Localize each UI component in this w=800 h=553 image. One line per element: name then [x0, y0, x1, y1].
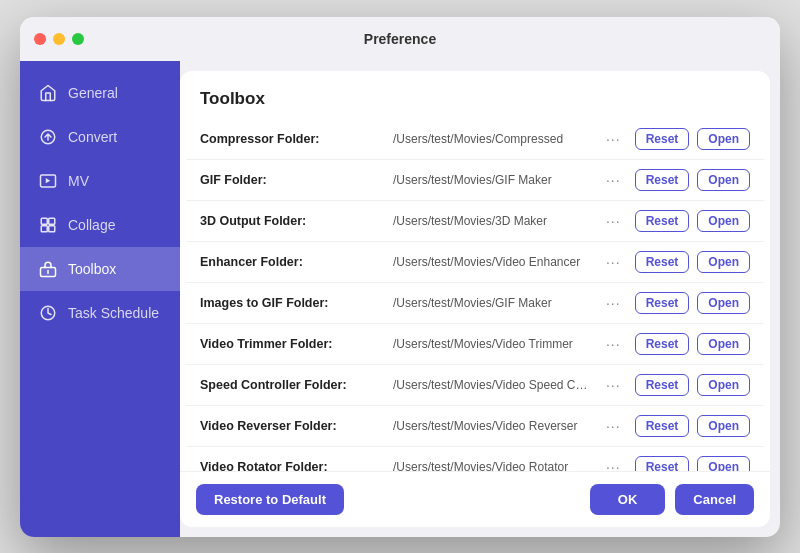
toolbox-panel: Toolbox Compressor Folder:/Users/test/Mo… [180, 71, 770, 527]
dots-menu-button[interactable]: ··· [600, 416, 627, 436]
folder-path: /Users/test/Movies/Video Trimmer [393, 337, 592, 351]
sidebar-label-taskschedule: Task Schedule [68, 305, 159, 321]
svg-rect-4 [41, 225, 47, 231]
folder-label: Images to GIF Folder: [200, 296, 385, 310]
traffic-lights [34, 33, 84, 45]
open-button[interactable]: Open [697, 128, 750, 150]
dots-menu-button[interactable]: ··· [600, 129, 627, 149]
dots-menu-button[interactable]: ··· [600, 293, 627, 313]
table-row: GIF Folder:/Users/test/Movies/GIF Maker·… [186, 160, 764, 201]
reset-button[interactable]: Reset [635, 415, 690, 437]
folder-label: Enhancer Folder: [200, 255, 385, 269]
sidebar-item-taskschedule[interactable]: Task Schedule [20, 291, 180, 335]
cancel-button[interactable]: Cancel [675, 484, 754, 515]
home-icon [38, 83, 58, 103]
sidebar: General Convert MV [20, 61, 180, 537]
folder-label: Speed Controller Folder: [200, 378, 385, 392]
svg-rect-2 [41, 218, 47, 224]
sidebar-item-collage[interactable]: Collage [20, 203, 180, 247]
open-button[interactable]: Open [697, 210, 750, 232]
table-row: Compressor Folder:/Users/test/Movies/Com… [186, 119, 764, 160]
open-button[interactable]: Open [697, 251, 750, 273]
folder-path: /Users/test/Movies/Video Speed Controlle… [393, 378, 592, 392]
sidebar-item-toolbox[interactable]: Toolbox [20, 247, 180, 291]
open-button[interactable]: Open [697, 169, 750, 191]
sidebar-label-convert: Convert [68, 129, 117, 145]
dots-menu-button[interactable]: ··· [600, 457, 627, 471]
dots-menu-button[interactable]: ··· [600, 252, 627, 272]
taskschedule-icon [38, 303, 58, 323]
toolbox-icon [38, 259, 58, 279]
close-button[interactable] [34, 33, 46, 45]
collage-icon [38, 215, 58, 235]
reset-button[interactable]: Reset [635, 169, 690, 191]
reset-button[interactable]: Reset [635, 210, 690, 232]
dots-menu-button[interactable]: ··· [600, 211, 627, 231]
ok-button[interactable]: OK [590, 484, 666, 515]
mv-icon [38, 171, 58, 191]
folder-label: 3D Output Folder: [200, 214, 385, 228]
sidebar-item-general[interactable]: General [20, 71, 180, 115]
footer-actions: OK Cancel [590, 484, 754, 515]
folder-path: /Users/test/Movies/Compressed [393, 132, 592, 146]
folder-label: Video Reverser Folder: [200, 419, 385, 433]
panel-footer: Restore to Default OK Cancel [180, 471, 770, 527]
svg-rect-5 [49, 225, 55, 231]
main-content: General Convert MV [20, 61, 780, 537]
sidebar-label-collage: Collage [68, 217, 115, 233]
folder-path: /Users/test/Movies/Video Reverser [393, 419, 592, 433]
minimize-button[interactable] [53, 33, 65, 45]
table-row: Video Reverser Folder:/Users/test/Movies… [186, 406, 764, 447]
open-button[interactable]: Open [697, 374, 750, 396]
folder-label: Compressor Folder: [200, 132, 385, 146]
folder-label: GIF Folder: [200, 173, 385, 187]
folder-path: /Users/test/Movies/3D Maker [393, 214, 592, 228]
table-row: Video Trimmer Folder:/Users/test/Movies/… [186, 324, 764, 365]
panel-title: Toolbox [180, 71, 770, 119]
table-row: Images to GIF Folder:/Users/test/Movies/… [186, 283, 764, 324]
open-button[interactable]: Open [697, 415, 750, 437]
convert-icon [38, 127, 58, 147]
title-bar: Preference [20, 17, 780, 61]
table-row: Enhancer Folder:/Users/test/Movies/Video… [186, 242, 764, 283]
reset-button[interactable]: Reset [635, 292, 690, 314]
folder-path: /Users/test/Movies/Video Rotator [393, 460, 592, 471]
folder-path: /Users/test/Movies/Video Enhancer [393, 255, 592, 269]
reset-button[interactable]: Reset [635, 374, 690, 396]
folder-path: /Users/test/Movies/GIF Maker [393, 173, 592, 187]
reset-button[interactable]: Reset [635, 251, 690, 273]
folder-label: Video Rotator Folder: [200, 460, 385, 471]
window-title: Preference [364, 31, 436, 47]
dots-menu-button[interactable]: ··· [600, 375, 627, 395]
sidebar-label-toolbox: Toolbox [68, 261, 116, 277]
folder-label: Video Trimmer Folder: [200, 337, 385, 351]
sidebar-label-general: General [68, 85, 118, 101]
dots-menu-button[interactable]: ··· [600, 170, 627, 190]
table-row: Speed Controller Folder:/Users/test/Movi… [186, 365, 764, 406]
folder-list: Compressor Folder:/Users/test/Movies/Com… [180, 119, 770, 471]
table-row: Video Rotator Folder:/Users/test/Movies/… [186, 447, 764, 471]
restore-default-button[interactable]: Restore to Default [196, 484, 344, 515]
sidebar-item-convert[interactable]: Convert [20, 115, 180, 159]
table-row: 3D Output Folder:/Users/test/Movies/3D M… [186, 201, 764, 242]
open-button[interactable]: Open [697, 456, 750, 471]
sidebar-item-mv[interactable]: MV [20, 159, 180, 203]
folder-path: /Users/test/Movies/GIF Maker [393, 296, 592, 310]
reset-button[interactable]: Reset [635, 456, 690, 471]
sidebar-label-mv: MV [68, 173, 89, 189]
maximize-button[interactable] [72, 33, 84, 45]
reset-button[interactable]: Reset [635, 333, 690, 355]
preference-window: Preference General [20, 17, 780, 537]
reset-button[interactable]: Reset [635, 128, 690, 150]
open-button[interactable]: Open [697, 333, 750, 355]
dots-menu-button[interactable]: ··· [600, 334, 627, 354]
svg-rect-3 [49, 218, 55, 224]
open-button[interactable]: Open [697, 292, 750, 314]
